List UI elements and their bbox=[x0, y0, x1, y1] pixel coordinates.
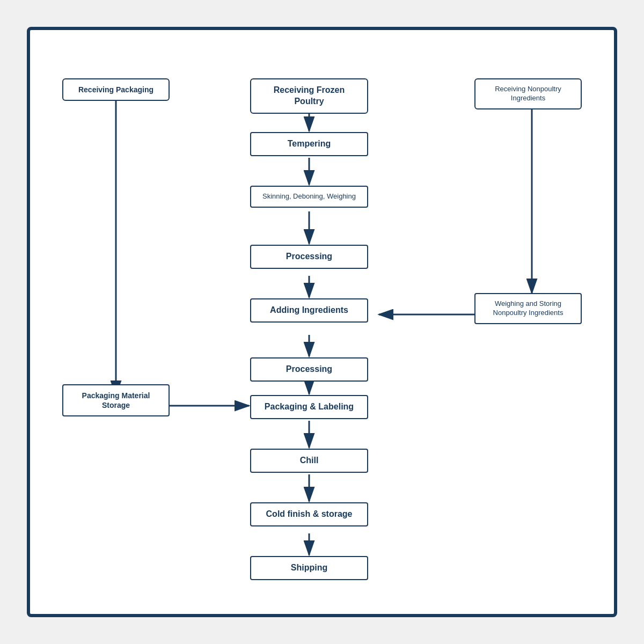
receiving-packaging-label: Receiving Packaging bbox=[62, 78, 170, 101]
packaging-material-storage-label: Packaging Material Storage bbox=[62, 384, 170, 416]
cold-finish-label: Cold finish & storage bbox=[250, 502, 368, 526]
receiving-nonpoultry-label: Receiving Nonpoultry Ingredients bbox=[474, 78, 582, 109]
chill-label: Chill bbox=[250, 449, 368, 473]
processing1-box: Processing bbox=[250, 245, 368, 269]
packaging-labeling-box: Packaging & Labeling bbox=[250, 395, 368, 419]
processing2-label: Processing bbox=[250, 357, 368, 382]
processing1-label: Processing bbox=[250, 245, 368, 269]
cold-finish-box: Cold finish & storage bbox=[250, 502, 368, 526]
receiving-frozen-poultry-label: Receiving Frozen Poultry bbox=[250, 78, 368, 114]
tempering-box: Tempering bbox=[250, 132, 368, 156]
packaging-labeling-label: Packaging & Labeling bbox=[250, 395, 368, 419]
chill-box: Chill bbox=[250, 449, 368, 473]
shipping-box: Shipping bbox=[250, 556, 368, 580]
flow-diagram: Receiving Packaging Packaging Material S… bbox=[46, 52, 598, 592]
diagram-container: Receiving Packaging Packaging Material S… bbox=[27, 27, 617, 617]
adding-ingredients-label: Adding Ingredients bbox=[250, 298, 368, 323]
weighing-storing-label: Weighing and Storing Nonpoultry Ingredie… bbox=[474, 293, 582, 324]
packaging-material-storage-box: Packaging Material Storage bbox=[62, 384, 170, 416]
weighing-storing-box: Weighing and Storing Nonpoultry Ingredie… bbox=[474, 293, 582, 324]
processing2-box: Processing bbox=[250, 357, 368, 382]
receiving-packaging-box: Receiving Packaging bbox=[62, 78, 170, 101]
tempering-label: Tempering bbox=[250, 132, 368, 156]
skinning-box: Skinning, Deboning, Weighing bbox=[250, 186, 368, 208]
receiving-nonpoultry-box: Receiving Nonpoultry Ingredients bbox=[474, 78, 582, 109]
receiving-frozen-poultry-box: Receiving Frozen Poultry bbox=[250, 78, 368, 114]
adding-ingredients-box: Adding Ingredients bbox=[250, 298, 368, 323]
skinning-label: Skinning, Deboning, Weighing bbox=[250, 186, 368, 208]
shipping-label: Shipping bbox=[250, 556, 368, 580]
